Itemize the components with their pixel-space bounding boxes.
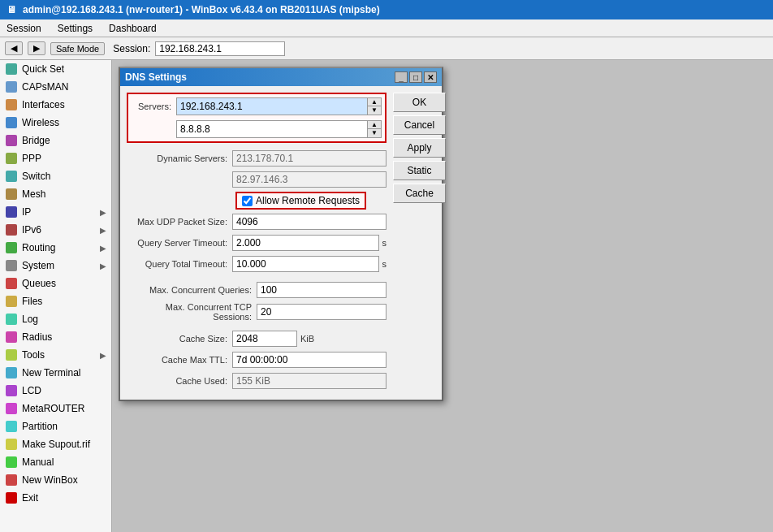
max-concurrent-input[interactable]: [257, 282, 386, 298]
routing-arrow-icon: ▶: [100, 244, 106, 253]
sidebar-item-radius[interactable]: Radius: [0, 328, 111, 346]
ip-arrow-icon: ▶: [100, 208, 106, 217]
dialog-maximize-button[interactable]: □: [409, 71, 422, 83]
sidebar-item-files[interactable]: Files: [0, 292, 111, 310]
static-button[interactable]: Static: [393, 161, 446, 180]
menu-settings[interactable]: Settings: [54, 22, 96, 35]
sidebar-label-manual: Manual: [22, 456, 106, 468]
session-input[interactable]: [155, 41, 285, 56]
sidebar-item-manual[interactable]: Manual: [0, 453, 111, 471]
dialog-close-button[interactable]: ✕: [424, 71, 437, 83]
sidebar-label-exit: Exit: [22, 492, 106, 504]
sidebar-item-lcd[interactable]: LCD: [0, 382, 111, 400]
sidebar-item-exit[interactable]: Exit: [0, 489, 111, 507]
sidebar-item-ip[interactable]: IP ▶: [0, 203, 111, 221]
server2-up-button[interactable]: ▲: [368, 121, 381, 129]
exit-icon: [5, 491, 18, 504]
sidebar-label-system: System: [22, 260, 96, 271]
sidebar-item-quick-set[interactable]: Quick Set: [0, 60, 111, 78]
max-udp-row: Max UDP Packet Size:: [127, 213, 386, 231]
cache-size-input[interactable]: [232, 331, 297, 347]
server1-up-button[interactable]: ▲: [368, 98, 381, 106]
sidebar-item-partition[interactable]: Partition: [0, 417, 111, 435]
server1-spinner: ▲ ▼: [367, 98, 381, 115]
max-concurrent-tcp-label: Max. Concurrent TCP Sessions:: [127, 302, 257, 322]
sidebar-item-ipv6[interactable]: IPv6 ▶: [0, 221, 111, 239]
routing-icon: [5, 241, 18, 254]
sidebar-item-log[interactable]: Log: [0, 310, 111, 328]
max-udp-label: Max UDP Packet Size:: [127, 217, 232, 227]
app-icon: 🖥: [6, 4, 16, 15]
sidebar-item-ppp[interactable]: PPP: [0, 149, 111, 167]
sidebar-label-wireless: Wireless: [22, 117, 106, 128]
cache-max-ttl-row: Cache Max TTL:: [127, 351, 386, 369]
forward-button[interactable]: ▶: [28, 41, 45, 55]
sidebar-label-quick-set: Quick Set: [22, 63, 106, 75]
bridge-icon: [5, 134, 18, 147]
query-total-timeout-label: Query Total Timeout:: [127, 259, 232, 269]
dialog-body: Servers: ▲ ▼: [120, 86, 442, 400]
menu-dashboard[interactable]: Dashboard: [106, 22, 160, 35]
dialog-form: Servers: ▲ ▼: [127, 93, 386, 393]
cache-max-ttl-label: Cache Max TTL:: [127, 355, 232, 365]
sidebar-item-new-winbox[interactable]: New WinBox: [0, 471, 111, 489]
server1-input[interactable]: [177, 98, 367, 115]
sidebar-item-routing[interactable]: Routing ▶: [0, 239, 111, 257]
query-server-timeout-unit: s: [382, 238, 387, 248]
sidebar-label-bridge: Bridge: [22, 135, 106, 146]
sidebar-item-bridge[interactable]: Bridge: [0, 132, 111, 149]
system-arrow-icon: ▶: [100, 262, 106, 270]
queues-icon: [5, 277, 18, 290]
ok-button[interactable]: OK: [393, 93, 446, 112]
sidebar-label-lcd: LCD: [22, 385, 106, 396]
cache-button[interactable]: Cache: [393, 184, 446, 203]
server2-input[interactable]: [177, 121, 367, 137]
cache-size-label: Cache Size:: [127, 334, 232, 344]
make-supout-icon: [5, 438, 18, 451]
max-udp-input[interactable]: [232, 214, 386, 230]
sidebar-item-make-supout[interactable]: Make Supout.rif: [0, 435, 111, 453]
back-button[interactable]: ◀: [5, 41, 23, 55]
sidebar-item-interfaces[interactable]: Interfaces: [0, 96, 111, 114]
safe-mode-button[interactable]: Safe Mode: [50, 42, 105, 55]
sidebar-label-switch: Switch: [22, 171, 106, 182]
max-concurrent-row: Max. Concurrent Queries:: [127, 281, 386, 299]
interfaces-icon: [5, 98, 18, 111]
dialog-title-text: DNS Settings: [125, 71, 187, 83]
tools-arrow-icon: ▶: [100, 351, 106, 360]
cache-max-ttl-input[interactable]: [232, 352, 386, 368]
sidebar-item-switch[interactable]: Switch: [0, 167, 111, 185]
sidebar-item-new-terminal[interactable]: New Terminal: [0, 364, 111, 382]
dialog-minimize-button[interactable]: _: [395, 71, 408, 83]
toolbar: ◀ ▶ Safe Mode Session:: [0, 37, 773, 60]
files-icon: [5, 295, 18, 308]
dialog-title-bar: DNS Settings _ □ ✕: [120, 68, 442, 86]
cache-size-unit: KiB: [300, 334, 314, 344]
sidebar-item-system[interactable]: System ▶: [0, 257, 111, 275]
query-total-timeout-input[interactable]: [232, 256, 379, 272]
sidebar-label-metarouter: MetaROUTER: [22, 403, 106, 414]
allow-remote-checkbox[interactable]: [242, 196, 253, 206]
cancel-button[interactable]: Cancel: [393, 115, 446, 135]
ppp-icon: [5, 152, 18, 165]
apply-button[interactable]: Apply: [393, 138, 446, 158]
sidebar-label-tools: Tools: [22, 349, 96, 361]
sidebar-label-new-winbox: New WinBox: [22, 474, 106, 486]
dynamic-server2-input: [232, 171, 386, 188]
sidebar-item-tools[interactable]: Tools ▶: [0, 346, 111, 364]
title-text: admin@192.168.243.1 (nw-router1) - WinBo…: [23, 4, 380, 15]
sidebar-item-queues[interactable]: Queues: [0, 275, 111, 292]
sidebar-label-interfaces: Interfaces: [22, 99, 106, 110]
max-concurrent-tcp-input[interactable]: [257, 304, 386, 320]
server2-down-button[interactable]: ▼: [368, 129, 381, 137]
allow-remote-label: Allow Remote Requests: [256, 195, 360, 206]
lcd-icon: [5, 384, 18, 397]
sidebar-item-wireless[interactable]: Wireless: [0, 114, 111, 132]
server1-down-button[interactable]: ▼: [368, 106, 381, 115]
sidebar-item-metarouter[interactable]: MetaROUTER: [0, 400, 111, 417]
menu-session[interactable]: Session: [3, 22, 45, 35]
query-server-timeout-input[interactable]: [232, 235, 379, 251]
sidebar-item-mesh[interactable]: Mesh: [0, 185, 111, 203]
sidebar-item-capsman[interactable]: CAPsMAN: [0, 78, 111, 96]
capsman-icon: [5, 80, 18, 93]
